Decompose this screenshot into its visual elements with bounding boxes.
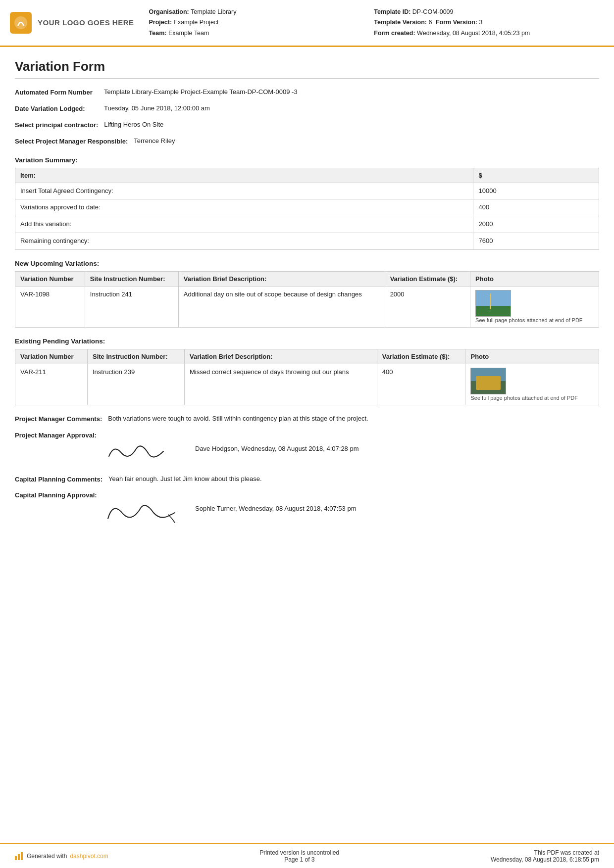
vs-value: 7600 <box>473 233 599 250</box>
vs-col-dollar: $ <box>473 168 599 183</box>
project-label: Project: <box>149 19 172 26</box>
date-variation-label: Date Variation Lodged: <box>15 104 104 113</box>
project-manager-row: Select Project Manager Responsible: Terr… <box>15 137 599 146</box>
pm-signature-image <box>104 434 183 464</box>
form-created-value: Wednesday, 08 August 2018, 4:05:23 pm <box>417 30 530 37</box>
cp-approval-label: Capital Planning Approval: <box>15 491 104 500</box>
pm-comments-value: Both variations were tough to avoid. Sti… <box>108 414 599 423</box>
cp-approval-row: Capital Planning Approval: Sophie Turner… <box>15 491 599 524</box>
pm-signer-name: Dave Hodgson, Wednesday, 08 August 2018,… <box>195 445 359 452</box>
nuv-description: Additional day on site out of scope beca… <box>178 286 385 327</box>
team-value: Example Team <box>168 30 209 37</box>
team-label: Team: <box>149 30 167 37</box>
photo-thumb-1 <box>475 290 511 317</box>
nuv-col5: Photo <box>470 271 599 286</box>
page-header: YOUR LOGO GOES HERE Organisation: Templa… <box>0 0 614 47</box>
org-row: Organisation: Template Library <box>149 7 374 17</box>
principal-contractor-label: Select principal contractor: <box>15 120 104 130</box>
template-version-value: 6 <box>429 19 432 26</box>
org-label: Organisation: <box>149 8 189 15</box>
automated-form-number-row: Automated Form Number Template Library-E… <box>15 88 599 97</box>
date-variation-row: Date Variation Lodged: Tuesday, 05 June … <box>15 104 599 113</box>
automated-form-number-label: Automated Form Number <box>15 88 104 97</box>
form-created-label: Form created: <box>374 30 415 37</box>
epv-site-instruction: Instruction 239 <box>87 364 184 405</box>
footer-left: Generated with dashpivot.com <box>15 852 108 860</box>
vs-item: Insert Total Agreed Contingency: <box>15 183 473 199</box>
form-created-row: Form created: Wednesday, 08 August 2018,… <box>374 28 599 39</box>
logo-icon <box>10 12 32 34</box>
page-label: Page 1 of 3 <box>259 856 339 863</box>
nuv-site-instruction: Instruction 241 <box>85 286 178 327</box>
pm-approval-image-row: Dave Hodgson, Wednesday, 08 August 2018,… <box>104 434 599 464</box>
cp-comments-label: Capital Planning Comments: <box>15 475 108 484</box>
date-variation-value: Tuesday, 05 June 2018, 12:00:00 am <box>104 104 599 113</box>
table-row: Add this variation:2000 <box>15 216 599 233</box>
epv-col3: Variation Brief Description: <box>184 349 377 364</box>
dashpivot-link[interactable]: dashpivot.com <box>70 853 108 860</box>
form-title: Variation Form <box>15 59 599 79</box>
cp-comments-row: Capital Planning Comments: Yeah fair eno… <box>15 475 599 484</box>
form-version-label: Form Version: <box>436 19 477 26</box>
template-version-row: Template Version: 6 Form Version: 3 <box>374 17 599 28</box>
pm-approval-label: Project Manager Approval: <box>15 431 104 440</box>
table-row: Variations approved to date:400 <box>15 199 599 216</box>
printed-version-label: Printed version is uncontrolled <box>259 849 339 856</box>
cp-signature-image <box>104 494 183 524</box>
cp-approval-image-row: Sophie Turner, Wednesday, 08 August 2018… <box>104 494 599 524</box>
variation-summary-table: Item: $ Insert Total Agreed Contingency:… <box>15 168 599 250</box>
epv-description: Missed correct sequence of days throwing… <box>184 364 377 405</box>
vs-item: Remaining contingency: <box>15 233 473 250</box>
variation-summary-title: Variation Summary: <box>15 156 599 164</box>
table-row: Insert Total Agreed Contingency:10000 <box>15 183 599 199</box>
photo-note-1: See full page photos attached at end of … <box>475 317 582 324</box>
nuv-col4: Variation Estimate ($): <box>385 271 470 286</box>
header-col-right: Template ID: DP-COM-0009 Template Versio… <box>374 7 599 39</box>
table-row: VAR-211 Instruction 239 Missed correct s… <box>15 364 599 405</box>
cp-signer-name: Sophie Turner, Wednesday, 08 August 2018… <box>195 505 356 512</box>
epv-col2: Site Instruction Number: <box>87 349 184 364</box>
nuv-photo: See full page photos attached at end of … <box>470 286 599 327</box>
vs-value: 400 <box>473 199 599 216</box>
pm-comments-row: Project Manager Comments: Both variation… <box>15 414 599 424</box>
photo-note-2: See full page photos attached at end of … <box>470 394 577 401</box>
nuv-col2: Site Instruction Number: <box>85 271 178 286</box>
principal-contractor-value: Lifting Heros On Site <box>104 120 599 129</box>
form-version-value: 3 <box>479 19 482 26</box>
nuv-col1: Variation Number <box>15 271 85 286</box>
pdf-created-value: Wednesday, 08 August 2018, 6:18:55 pm <box>491 856 599 863</box>
footer-right: This PDF was created at Wednesday, 08 Au… <box>491 849 599 863</box>
nuv-col3: Variation Brief Description: <box>178 271 385 286</box>
new-upcoming-table: Variation Number Site Instruction Number… <box>15 271 599 328</box>
cp-comments-value: Yeah fair enough. Just let Jim know abou… <box>108 475 599 483</box>
epv-col5: Photo <box>465 349 599 364</box>
template-id-label: Template ID: <box>374 8 410 15</box>
table-row: VAR-1098 Instruction 241 Additional day … <box>15 286 599 327</box>
header-col-left: Organisation: Template Library Project: … <box>149 7 374 39</box>
template-version-label: Template Version: <box>374 19 427 26</box>
existing-pending-table: Variation Number Site Instruction Number… <box>15 349 599 405</box>
vs-value: 10000 <box>473 183 599 199</box>
new-upcoming-title: New Upcoming Variations: <box>15 260 599 267</box>
project-manager-value: Terrence Riley <box>134 137 599 145</box>
pm-approval-row: Project Manager Approval: Dave Hodgson, … <box>15 431 599 464</box>
epv-estimate: 400 <box>377 364 465 405</box>
pm-comments-section: Project Manager Comments: Both variation… <box>15 414 599 424</box>
team-row: Team: Example Team <box>149 28 374 39</box>
epv-photo: See full page photos attached at end of … <box>465 364 599 405</box>
cp-approval-content: Sophie Turner, Wednesday, 08 August 2018… <box>104 491 599 524</box>
existing-pending-title: Existing Pending Variations: <box>15 338 599 345</box>
pm-approval-content: Dave Hodgson, Wednesday, 08 August 2018,… <box>104 431 599 464</box>
epv-col4: Variation Estimate ($): <box>377 349 465 364</box>
generated-text: Generated with <box>27 853 67 860</box>
pdf-created-label: This PDF was created at <box>491 849 599 856</box>
automated-form-number-value: Template Library-Example Project-Example… <box>104 88 599 96</box>
logo-area: YOUR LOGO GOES HERE <box>10 7 134 39</box>
vs-item: Add this variation: <box>15 216 473 233</box>
org-value: Template Library <box>191 8 236 15</box>
vs-col-item: Item: <box>15 168 473 183</box>
vs-item: Variations approved to date: <box>15 199 473 216</box>
header-meta: Organisation: Template Library Project: … <box>149 7 599 39</box>
nuv-estimate: 2000 <box>385 286 470 327</box>
template-id-row: Template ID: DP-COM-0009 <box>374 7 599 17</box>
